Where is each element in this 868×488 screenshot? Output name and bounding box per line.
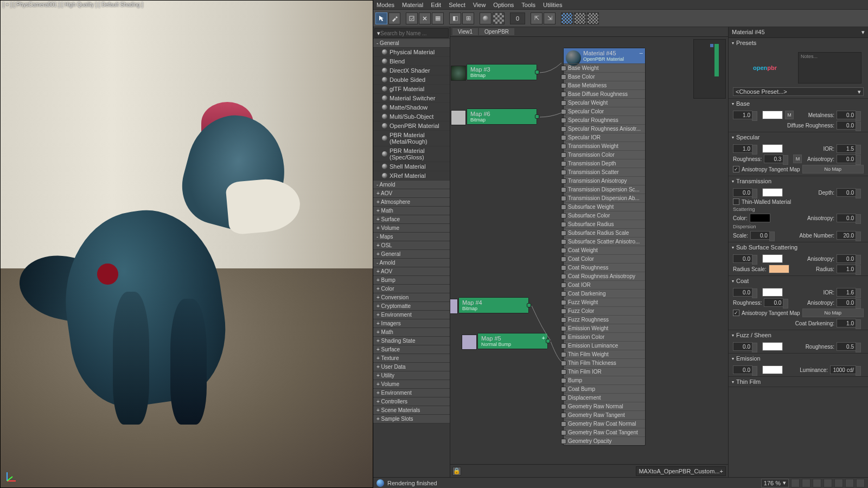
material-slot[interactable]: Fuzz Color [564, 306, 645, 315]
browser-item[interactable]: PBR Material (Spec/Gloss) [373, 146, 450, 162]
material-slot[interactable]: Thin Film Weight [564, 350, 645, 358]
material-slot[interactable]: Geometry Raw Normal [564, 402, 645, 410]
diffuse-roughness-spinner[interactable]: 0.0 [837, 121, 856, 130]
coat-darkening-spinner[interactable]: 1.0 [837, 319, 856, 328]
node-header[interactable]: Map #4 Bitmap [459, 298, 528, 313]
browser-category[interactable]: + Environment [373, 389, 450, 397]
material-slot[interactable]: Transmission Color [564, 150, 645, 159]
material-slot[interactable]: Transmission Dispersion Ab... [564, 194, 645, 202]
material-slot[interactable]: Thin Film Thickness [564, 358, 645, 367]
browser-category[interactable]: + Environment [373, 311, 450, 319]
node-material45[interactable]: Material #45 OpenPBR Material – Base Wei… [563, 48, 646, 446]
rollout-header[interactable]: Transmission [729, 176, 868, 186]
material-slot[interactable]: Displacement [564, 393, 645, 402]
show-map-button[interactable]: ⇱ [531, 12, 542, 24]
sss-aniso-spinner[interactable]: 0.0 [837, 254, 856, 263]
menu-modes[interactable]: Modes [376, 2, 394, 8]
browser-category[interactable]: + Conversion [373, 293, 450, 302]
assign-button[interactable] [406, 12, 418, 24]
navigator-thumbnail[interactable] [693, 39, 726, 99]
transmission-depth-spinner[interactable]: 0.0 [837, 188, 856, 197]
chevron-down-icon[interactable]: ▾ [861, 29, 865, 36]
node-output-socket[interactable] [535, 114, 539, 119]
material-slot[interactable]: Geometry Raw Tangent [564, 410, 645, 419]
node-header[interactable]: Material #45 OpenPBR Material – [564, 48, 645, 63]
material-slot[interactable]: Coat Roughness [564, 263, 645, 272]
coat-aniso-map-button[interactable]: No Map [802, 309, 864, 317]
material-type-dropdown[interactable]: MAXtoA_OpenPBR_Custom...+ [636, 466, 726, 476]
sss-color-swatch[interactable] [762, 254, 783, 263]
browser-category[interactable]: + Surface [373, 215, 450, 224]
menu-utilities[interactable]: Utilities [543, 2, 562, 8]
material-slot[interactable]: Base Diffuse Roughness [564, 89, 645, 98]
browser-item[interactable]: OpenPBR Material [373, 121, 450, 131]
material-slot[interactable]: Specular Roughness Anisotr... [564, 124, 645, 133]
browser-category[interactable]: + AOV [373, 189, 450, 198]
preview-quality-dropdown[interactable]: 0 [510, 12, 525, 24]
specular-aniso-spinner[interactable]: 0.0 [837, 155, 856, 163]
sss-radius-spinner[interactable]: 1.0 [837, 265, 856, 273]
emission-color-swatch[interactable] [762, 365, 783, 374]
coat-ior-spinner[interactable]: 1.6 [837, 288, 856, 297]
sss-radius-scale-swatch[interactable] [769, 265, 789, 273]
search-field[interactable]: ▾ [374, 28, 449, 38]
thin-walled-checkbox[interactable] [733, 198, 739, 205]
node-header[interactable]: Map #3 Bitmap [467, 65, 537, 80]
material-slot[interactable]: Fuzz Weight [564, 298, 645, 306]
browser-category[interactable]: + User Data [373, 363, 450, 371]
material-slot[interactable]: Subsurface Scatter Anisotro... [564, 237, 645, 246]
abbe-spinner[interactable]: 20.0 [837, 231, 856, 240]
material-slot[interactable]: Specular Roughness [564, 115, 645, 124]
menu-view[interactable]: View [473, 2, 486, 8]
coat-weight-spinner[interactable]: 0.0 [733, 288, 752, 297]
sss-weight-spinner[interactable]: 0.0 [733, 254, 752, 263]
node-map3[interactable]: Map #3 Bitmap [467, 64, 537, 80]
tab-view1[interactable]: View1 [452, 28, 478, 35]
browser-item[interactable]: Matte/Shadow [373, 103, 450, 112]
rollout-header[interactable]: Thin Film [729, 377, 868, 387]
coat-aniso-spinner[interactable]: 0.0 [837, 298, 856, 307]
frame-selected-icon[interactable] [856, 479, 865, 487]
aniso-map-button[interactable]: No Map [802, 165, 864, 174]
material-slot[interactable]: Emission Color [564, 332, 645, 341]
plus-icon[interactable]: + [720, 468, 723, 474]
zoom-extents-icon[interactable] [813, 479, 821, 487]
rollout-header[interactable]: Emission [729, 354, 868, 363]
material-slot[interactable]: Thin Film IOR [564, 367, 645, 376]
grid-b-button[interactable] [574, 12, 586, 24]
viewport-label[interactable]: [ + ] [ PhysCamera001 ] [ High Quality ]… [3, 2, 143, 8]
material-slot[interactable]: Subsurface Color [564, 211, 645, 220]
material-slot[interactable]: Specular Weight [564, 98, 645, 107]
node-output-socket[interactable] [535, 70, 539, 74]
coat-aniso-tangent-checkbox[interactable] [733, 310, 739, 316]
browser-category[interactable]: + General [373, 250, 450, 259]
node-output-socket[interactable] [546, 339, 550, 343]
rollout-header[interactable]: Presets [729, 38, 868, 48]
node-header[interactable]: Map #6 Bitmap [467, 109, 537, 124]
material-slot[interactable]: Specular IOR [564, 133, 645, 142]
material-slot[interactable]: Transmission Anisotropy [564, 176, 645, 185]
menu-tools[interactable]: Tools [521, 2, 535, 8]
map-button[interactable]: M [793, 155, 802, 163]
browser-item[interactable]: Blend [373, 57, 450, 66]
browser-category[interactable]: + Texture [373, 354, 450, 363]
browser-category[interactable]: + Math [373, 328, 450, 337]
rollout-header[interactable]: Coat [729, 276, 868, 286]
node-graph-area[interactable]: View1OpenPBR Map #3 Bitmap [450, 27, 728, 477]
browser-category[interactable]: + Sample Slots [373, 415, 450, 423]
material-slot[interactable]: Subsurface Radius Scale [564, 228, 645, 237]
material-slot[interactable]: Coat IOR [564, 280, 645, 289]
layout-all-button[interactable]: ⊞ [462, 12, 474, 24]
material-slot[interactable]: Transmission Dispersion Sc... [564, 185, 645, 194]
viewport[interactable]: [ + ] [ PhysCamera001 ] [ High Quality ]… [0, 0, 373, 488]
browser-category[interactable]: + Bump [373, 276, 450, 285]
material-slot[interactable]: Emission Luminance [564, 341, 645, 350]
browser-item[interactable]: Material Switcher [373, 94, 450, 103]
minimize-icon[interactable]: – [640, 49, 643, 56]
base-color-swatch[interactable] [762, 111, 783, 119]
browser-item[interactable]: glTF Material [373, 85, 450, 94]
transmission-color-swatch[interactable] [762, 188, 783, 197]
scatter-aniso-spinner[interactable]: 0.0 [837, 214, 856, 222]
material-slot[interactable]: Subsurface Radius [564, 220, 645, 228]
map-button[interactable]: M [785, 111, 794, 119]
